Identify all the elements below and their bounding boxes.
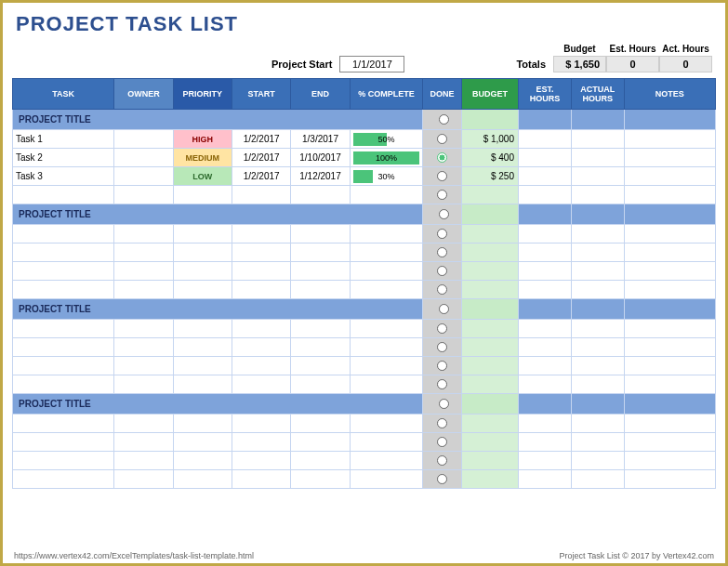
header-notes: NOTES [624, 79, 715, 110]
section-title: PROJECT TITLE [13, 394, 423, 415]
done-radio[interactable] [437, 379, 447, 389]
budget-cell[interactable]: $ 1,000 [461, 130, 518, 149]
done-radio[interactable] [439, 399, 449, 409]
pct-cell[interactable]: 30% [350, 167, 423, 186]
section-row[interactable]: PROJECT TITLE [13, 204, 716, 225]
totals-label: Totals [516, 59, 546, 72]
footer: https://www.vertex42.com/ExcelTemplates/… [14, 551, 714, 560]
blank-row[interactable] [13, 470, 716, 489]
done-radio[interactable] [437, 134, 447, 144]
project-start-input[interactable] [339, 56, 404, 72]
summary-budget-label: Budget [553, 44, 606, 56]
done-radio[interactable] [437, 190, 447, 200]
start-cell[interactable]: 1/2/2017 [232, 130, 290, 149]
summary-est-value: 0 [606, 56, 659, 72]
header--complete: % COMPLETE [350, 79, 423, 110]
done-radio[interactable] [439, 209, 449, 219]
end-cell[interactable]: 1/10/2017 [291, 149, 350, 167]
done-radio[interactable] [437, 323, 447, 334]
notes-cell[interactable] [624, 130, 715, 149]
done-radio[interactable] [439, 304, 449, 314]
done-radio[interactable] [437, 455, 447, 466]
pct-cell[interactable]: 100% [350, 149, 423, 167]
start-cell[interactable]: 1/2/2017 [232, 149, 290, 167]
act-cell[interactable] [571, 130, 624, 149]
blank-row[interactable] [13, 244, 716, 262]
done-radio[interactable] [437, 247, 447, 257]
blank-row[interactable] [13, 262, 716, 281]
est-cell[interactable] [519, 149, 572, 167]
owner-cell[interactable] [114, 149, 173, 167]
owner-cell[interactable] [114, 167, 173, 186]
blank-row[interactable] [13, 225, 716, 244]
blank-row[interactable] [13, 186, 716, 204]
task-row[interactable]: Task 3LOW1/2/20171/12/201730%$ 250 [13, 167, 716, 186]
task-row[interactable]: Task 1HIGH1/2/20171/3/201750%$ 1,000 [13, 130, 716, 149]
blank-row[interactable] [13, 281, 716, 299]
priority-cell[interactable]: MEDIUM [173, 149, 232, 167]
summary-act-value: 0 [659, 56, 712, 72]
blank-row[interactable] [13, 452, 716, 470]
done-radio[interactable] [437, 361, 447, 371]
notes-cell[interactable] [624, 167, 715, 186]
task-name[interactable]: Task 2 [13, 149, 114, 167]
done-radio[interactable] [437, 229, 447, 239]
blank-row[interactable] [13, 433, 716, 452]
done-radio[interactable] [437, 152, 447, 163]
header-priority: PRIORITY [173, 79, 232, 110]
done-radio[interactable] [437, 418, 447, 428]
done-radio[interactable] [437, 474, 447, 484]
footer-url: https://www.vertex42.com/ExcelTemplates/… [14, 551, 254, 560]
notes-cell[interactable] [624, 149, 715, 167]
header-owner: OWNER [114, 79, 173, 110]
done-radio[interactable] [437, 284, 447, 295]
section-title: PROJECT TITLE [13, 204, 423, 225]
budget-cell[interactable]: $ 400 [461, 149, 518, 167]
task-name[interactable]: Task 1 [13, 130, 114, 149]
pct-cell[interactable]: 50% [350, 130, 423, 149]
footer-copyright: Project Task List © 2017 by Vertex42.com [559, 551, 714, 560]
task-table[interactable]: TASKOWNERPRIORITYSTARTEND% COMPLETEDONEB… [12, 78, 716, 489]
act-cell[interactable] [571, 167, 624, 186]
section-row[interactable]: PROJECT TITLE [13, 299, 716, 320]
header-task: TASK [13, 79, 114, 110]
blank-row[interactable] [13, 320, 716, 338]
summary-row: Project Start Totals Budget $ 1,650 Est.… [3, 44, 725, 76]
header-done: DONE [423, 79, 462, 110]
summary-act-hours: Act. Hours 0 [659, 44, 712, 72]
header-budget: BUDGET [461, 79, 518, 110]
blank-row[interactable] [13, 375, 716, 394]
header-est-hours: EST. HOURS [519, 79, 572, 110]
spreadsheet-container: PROJECT TASK LIST Project Start Totals B… [0, 0, 728, 566]
budget-cell[interactable]: $ 250 [461, 167, 518, 186]
priority-cell[interactable]: LOW [173, 167, 232, 186]
header-start: START [232, 79, 290, 110]
done-radio[interactable] [437, 437, 447, 447]
done-radio[interactable] [437, 342, 447, 352]
done-radio[interactable] [437, 171, 447, 181]
owner-cell[interactable] [114, 130, 173, 149]
section-title: PROJECT TITLE [13, 110, 423, 130]
section-row[interactable]: PROJECT TITLE [13, 394, 716, 415]
task-row[interactable]: Task 2MEDIUM1/2/20171/10/2017100%$ 400 [13, 149, 716, 167]
summary-est-hours: Est. Hours 0 [606, 44, 659, 72]
end-cell[interactable]: 1/12/2017 [291, 167, 350, 186]
task-name[interactable]: Task 3 [13, 167, 114, 186]
blank-row[interactable] [13, 415, 716, 433]
summary-budget-value: $ 1,650 [553, 56, 606, 72]
priority-cell[interactable]: HIGH [173, 130, 232, 149]
blank-row[interactable] [13, 338, 716, 357]
summary-est-label: Est. Hours [606, 44, 659, 56]
header-actual-hours: ACTUAL HOURS [571, 79, 624, 110]
done-radio[interactable] [439, 114, 449, 125]
act-cell[interactable] [571, 149, 624, 167]
section-row[interactable]: PROJECT TITLE [13, 110, 716, 130]
summary-budget: Budget $ 1,650 [553, 44, 606, 72]
done-radio[interactable] [437, 266, 447, 276]
blank-row[interactable] [13, 357, 716, 375]
end-cell[interactable]: 1/3/2017 [291, 130, 350, 149]
est-cell[interactable] [519, 167, 572, 186]
section-title: PROJECT TITLE [13, 299, 423, 320]
start-cell[interactable]: 1/2/2017 [232, 167, 290, 186]
est-cell[interactable] [519, 130, 572, 149]
